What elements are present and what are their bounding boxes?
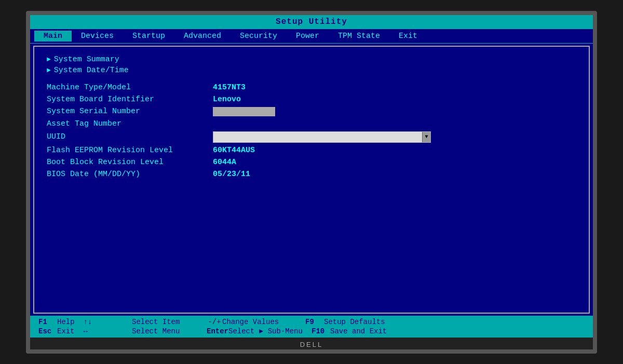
help-fn-f10: F10 xyxy=(312,327,330,335)
row-serial-number: System Serial Number xyxy=(47,107,576,116)
value-bios-date: 05/23/11 xyxy=(213,170,250,179)
uuid-field[interactable]: ▼ xyxy=(213,131,431,143)
uuid-scroll-button[interactable]: ▼ xyxy=(422,132,430,142)
title-text: Setup Utility xyxy=(276,17,347,26)
bios-screen: Setup Utility Main Devices Startup Advan… xyxy=(30,15,593,338)
title-bar: Setup Utility xyxy=(30,15,593,29)
monitor-bottom: DELL xyxy=(30,338,593,349)
row-flash-eeprom: Flash EEPROM Revision Level 60KT44AUS xyxy=(47,146,576,155)
label-asset-tag: Asset Tag Number xyxy=(47,119,213,128)
nav-bar: Main Devices Startup Advanced Security P… xyxy=(30,29,593,44)
value-boot-block: 6044A xyxy=(213,158,236,167)
help-action-change-values: Change Values xyxy=(222,318,305,326)
nav-item-security[interactable]: Security xyxy=(231,31,287,42)
help-sep-1: -/+ xyxy=(207,318,222,326)
content-area: ► System Summary ► System Date/Time Mach… xyxy=(33,46,590,314)
help-desc-exit: Exit ↔ xyxy=(57,327,119,335)
input-serial-number[interactable] xyxy=(213,107,275,116)
help-fndesc-save-exit: Save and Exit xyxy=(330,327,387,335)
nav-item-main[interactable]: Main xyxy=(34,31,72,42)
help-action-sub-menu: Select ► Sub-Menu xyxy=(228,327,312,335)
nav-item-exit[interactable]: Exit xyxy=(389,31,427,42)
nav-item-tpm-state[interactable]: TPM State xyxy=(329,31,389,42)
help-row-1: F1 Help ↑↓ Select Item -/+ Change Values… xyxy=(38,318,585,326)
help-row-2: Esc Exit ↔ Select Menu Enter Select ► Su… xyxy=(38,327,585,335)
monitor-frame: Setup Utility Main Devices Startup Advan… xyxy=(26,11,597,354)
help-sep-2: Enter xyxy=(207,327,228,335)
info-table: Machine Type/Model 4157NT3 System Board … xyxy=(47,83,576,179)
label-serial-number: System Serial Number xyxy=(47,107,213,116)
help-bar: F1 Help ↑↓ Select Item -/+ Change Values… xyxy=(30,316,593,338)
label-machine-type: Machine Type/Model xyxy=(47,83,213,92)
label-boot-block: Boot Block Revision Level xyxy=(47,158,213,167)
label-system-board: System Board Identifier xyxy=(47,95,213,104)
value-flash-eeprom: 60KT44AUS xyxy=(213,146,255,155)
help-action-select-item: Select Item xyxy=(132,318,194,326)
help-action-select-menu: Select Menu xyxy=(132,327,194,335)
help-key-f1: F1 xyxy=(38,318,57,326)
nav-item-startup[interactable]: Startup xyxy=(123,31,174,42)
label-bios-date: BIOS Date (MM/DD/YY) xyxy=(47,170,213,179)
value-machine-type: 4157NT3 xyxy=(213,83,246,92)
nav-item-devices[interactable]: Devices xyxy=(72,31,123,42)
value-system-board: Lenovo xyxy=(213,95,241,104)
row-asset-tag: Asset Tag Number xyxy=(47,119,576,128)
menu-item-system-summary[interactable]: ► System Summary xyxy=(47,55,576,64)
row-system-board: System Board Identifier Lenovo xyxy=(47,95,576,104)
menu-item-system-datetime[interactable]: ► System Date/Time xyxy=(47,66,576,75)
row-boot-block: Boot Block Revision Level 6044A xyxy=(47,158,576,167)
arrow-icon-summary: ► xyxy=(47,56,51,63)
monitor-brand: DELL xyxy=(300,341,323,348)
row-machine-type: Machine Type/Model 4157NT3 xyxy=(47,83,576,92)
divider-space xyxy=(47,77,576,83)
label-flash-eeprom: Flash EEPROM Revision Level xyxy=(47,146,213,155)
help-desc-help: Help ↑↓ xyxy=(57,318,119,326)
nav-item-power[interactable]: Power xyxy=(287,31,329,42)
menu-label-system-datetime: System Date/Time xyxy=(54,66,129,75)
menu-label-system-summary: System Summary xyxy=(54,55,119,64)
label-uuid: UUID xyxy=(47,132,213,141)
help-fndesc-setup-defaults: Setup Defaults xyxy=(324,318,385,326)
help-key-esc: Esc xyxy=(38,327,57,335)
row-bios-date: BIOS Date (MM/DD/YY) 05/23/11 xyxy=(47,170,576,179)
help-fn-f9: F9 xyxy=(305,318,324,326)
arrow-icon-datetime: ► xyxy=(47,66,51,74)
row-uuid: UUID ▼ xyxy=(47,131,576,143)
nav-item-advanced[interactable]: Advanced xyxy=(174,31,231,42)
